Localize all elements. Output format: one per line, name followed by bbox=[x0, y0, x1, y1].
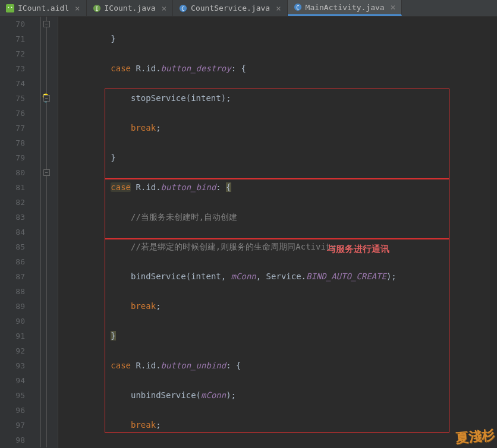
line-number: 80 bbox=[0, 165, 25, 180]
tab-label: CountService.java bbox=[191, 4, 270, 12]
fold-column: 💡 − − − bbox=[36, 17, 58, 448]
code-text: : bbox=[216, 182, 226, 192]
code-text: R.id. bbox=[136, 64, 161, 73]
code-text: unbindService( bbox=[131, 390, 201, 400]
code-text: } bbox=[111, 331, 115, 340]
line-number: 93 bbox=[0, 358, 25, 373]
android-icon bbox=[6, 4, 14, 12]
svg-point-1 bbox=[8, 7, 10, 8]
line-number: 74 bbox=[0, 76, 25, 91]
code-keyword: break bbox=[131, 123, 156, 132]
code-field: button_unbind bbox=[161, 361, 227, 370]
svg-rect-0 bbox=[6, 4, 14, 12]
line-number: 70 bbox=[0, 17, 25, 31]
annotation-text: 与服务进行通讯 bbox=[327, 241, 389, 256]
line-number: 98 bbox=[0, 433, 25, 447]
code-text: ); bbox=[386, 272, 397, 281]
tab-label: ICount.java bbox=[105, 4, 156, 12]
svg-point-2 bbox=[11, 7, 12, 8]
line-number: 89 bbox=[0, 299, 25, 314]
line-number: 71 bbox=[0, 31, 25, 46]
line-number: 77 bbox=[0, 121, 25, 135]
line-number: 84 bbox=[0, 225, 25, 239]
code-text: R.id. bbox=[136, 182, 161, 192]
line-number: 83 bbox=[0, 210, 25, 225]
watermark: 夏淺杉 bbox=[455, 426, 495, 447]
code-field: mConn bbox=[201, 390, 226, 400]
code-field: button_bind bbox=[161, 182, 216, 192]
fold-handle[interactable]: − bbox=[43, 21, 50, 27]
class-icon: C bbox=[294, 3, 302, 11]
line-number-gutter: 7071727374757677787980818283848586878889… bbox=[0, 17, 36, 448]
code-text: , Service. bbox=[256, 272, 306, 281]
svg-text:C: C bbox=[181, 5, 184, 11]
fold-handle[interactable]: − bbox=[43, 95, 50, 102]
code-text: R.id. bbox=[136, 361, 161, 370]
line-number: 82 bbox=[0, 195, 25, 210]
code-text: ); bbox=[226, 390, 236, 400]
svg-text:C: C bbox=[296, 5, 299, 11]
tab-icount-aidl[interactable]: ICount.aidl × bbox=[0, 0, 87, 16]
line-number: 95 bbox=[0, 388, 25, 403]
line-number: 94 bbox=[0, 373, 25, 388]
line-number: 73 bbox=[0, 61, 25, 76]
line-number: 78 bbox=[0, 135, 25, 150]
line-number: 90 bbox=[0, 314, 25, 329]
editor-tabs: ICount.aidl × I ICount.java × C CountSer… bbox=[0, 0, 497, 17]
line-number: 87 bbox=[0, 269, 25, 284]
line-number: 96 bbox=[0, 403, 25, 418]
code-text: } bbox=[111, 34, 115, 43]
code-editor[interactable]: 7071727374757677787980818283848586878889… bbox=[0, 17, 497, 448]
code-comment: //当服务未创建时,自动创建 bbox=[131, 212, 237, 222]
line-number: 86 bbox=[0, 254, 25, 269]
code-comment: //若是绑定的时候创建,则服务的生命周期同Activity bbox=[131, 242, 336, 251]
code-constant: BIND_AUTO_CREATE bbox=[306, 272, 386, 281]
code-text: stopService(intent); bbox=[111, 93, 231, 103]
line-number: 75 bbox=[0, 91, 25, 106]
close-icon[interactable]: × bbox=[276, 4, 281, 13]
close-icon[interactable]: × bbox=[391, 2, 395, 12]
tab-label: ICount.aidl bbox=[18, 4, 69, 12]
tab-label: MainActivity.java bbox=[306, 3, 385, 12]
code-keyword: break bbox=[131, 420, 156, 430]
code-text: bindService(intent, bbox=[131, 272, 231, 281]
line-number: 85 bbox=[0, 239, 25, 254]
line-number: 92 bbox=[0, 343, 25, 358]
code-text: : { bbox=[231, 64, 246, 73]
code-text: : { bbox=[226, 361, 241, 370]
class-icon: C bbox=[179, 4, 187, 12]
line-number: 76 bbox=[0, 106, 25, 121]
line-number: 88 bbox=[0, 284, 25, 299]
line-number: 79 bbox=[0, 150, 25, 165]
code-field: button_destroy bbox=[161, 64, 231, 73]
close-icon[interactable]: × bbox=[162, 4, 166, 13]
code-keyword: break bbox=[131, 301, 156, 311]
code-area[interactable]: } case R.id.button_destroy: { stopServic… bbox=[58, 17, 497, 448]
code-field: mConn bbox=[231, 272, 256, 281]
line-number: 91 bbox=[0, 329, 25, 343]
tab-icount-java[interactable]: I ICount.java × bbox=[87, 0, 174, 16]
close-icon[interactable]: × bbox=[75, 4, 80, 13]
java-icon: I bbox=[93, 4, 101, 12]
line-number: 81 bbox=[0, 180, 25, 195]
svg-text:I: I bbox=[95, 5, 98, 11]
fold-handle[interactable]: − bbox=[43, 169, 50, 176]
code-keyword: case bbox=[111, 361, 131, 370]
tab-mainactivity[interactable]: C MainActivity.java × bbox=[288, 0, 402, 16]
tab-countservice[interactable]: C CountService.java × bbox=[173, 0, 288, 16]
code-keyword: case bbox=[111, 64, 131, 73]
code-keyword: case bbox=[111, 182, 131, 192]
line-number: 97 bbox=[0, 418, 25, 433]
line-number: 72 bbox=[0, 46, 25, 61]
code-text: } bbox=[111, 153, 115, 162]
